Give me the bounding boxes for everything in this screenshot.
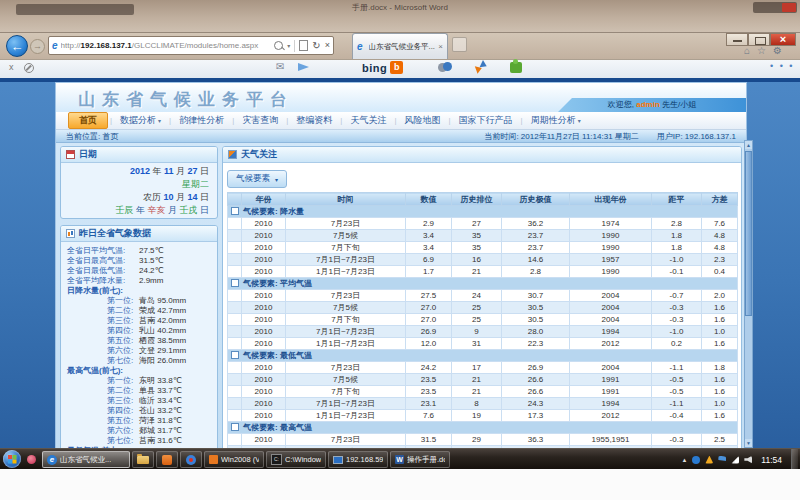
cmd-icon — [271, 454, 282, 465]
forward-button[interactable]: → — [30, 39, 45, 54]
group-checkbox[interactable] — [231, 351, 239, 359]
volume-icon[interactable] — [744, 456, 752, 464]
tray-expand-icon[interactable]: ▲ — [681, 457, 687, 463]
refresh-icon[interactable]: ↻ — [312, 41, 320, 51]
table-row[interactable]: 20107月1日~7月23日23.1824.31994-1.11.0 — [228, 398, 738, 410]
table-cell: 2010 — [242, 362, 286, 374]
coins-icon[interactable] — [438, 62, 451, 73]
group-header-row: 气候要素: 降水量 — [228, 206, 738, 218]
climate-element-button[interactable]: 气候要素▾ — [227, 170, 287, 188]
pinned-app-icon[interactable] — [27, 455, 36, 464]
taskbar-button-vs[interactable]: Win2008 (VS2... — [204, 451, 264, 468]
table-cell: -1.0 — [652, 326, 702, 338]
browser-tab[interactable]: e 山东省气候业务平... × — [352, 33, 448, 59]
envelope-icon[interactable]: ✉ — [276, 61, 284, 72]
table-cell: 2010 — [242, 386, 286, 398]
table-cell: 16 — [452, 254, 502, 266]
taskbar-button-folder[interactable] — [132, 451, 154, 468]
nav-item-8[interactable]: 国家下行产品 — [451, 114, 521, 127]
table-cell: 23.7 — [502, 242, 570, 254]
group-header-row: 气候要素: 最高气温 — [228, 422, 738, 434]
group-title: 气候要素: 平均气温 — [243, 279, 312, 288]
star-icon[interactable]: ☆ — [757, 45, 766, 56]
table-row[interactable]: 20107月1日~7月23日6.91614.61957-1.02.3 — [228, 254, 738, 266]
stop-icon[interactable]: × — [325, 41, 330, 50]
bing-logo[interactable]: bing b — [362, 61, 403, 74]
weather-stats-panel: 昨日全省气象数据 全省日平均气温:27.5℃全省日最高气温:31.5℃全省日最低… — [60, 225, 218, 448]
table-cell: 2.9 — [406, 218, 452, 230]
tab-close-icon[interactable]: × — [438, 42, 443, 51]
nav-item-5[interactable]: 整编资料 — [288, 114, 340, 127]
taskbar-button-media[interactable] — [180, 451, 202, 468]
start-button[interactable] — [3, 450, 21, 468]
tray-warning-icon[interactable] — [705, 456, 713, 464]
compatibility-view-icon[interactable] — [299, 40, 308, 51]
address-dropdown-icon[interactable]: ▾ — [287, 42, 290, 49]
table-row[interactable]: 20107月5候3.43523.719901.84.8 — [228, 230, 738, 242]
puzzle-icon[interactable] — [510, 62, 522, 73]
taskbar-button-rdp[interactable]: 192.168.59.99... — [328, 451, 388, 468]
table-row[interactable]: 20101月1日~7月23日7.61917.32012-0.41.6 — [228, 410, 738, 422]
back-button[interactable]: ← — [6, 35, 28, 57]
taskbar-button-word[interactable]: 操作手册.docx .. — [390, 451, 450, 468]
nav-item-7[interactable]: 风险地图 — [396, 114, 448, 127]
table-cell: 1.6 — [702, 374, 738, 386]
scroll-down-icon[interactable]: ▼ — [745, 439, 752, 447]
address-bar[interactable]: e http://192.168.137.1/GLCCLIMATE/module… — [48, 36, 334, 55]
new-tab-button[interactable] — [452, 37, 467, 52]
page-banner: 山东省气候业务平台 欢迎您, admin 先生/小姐 — [56, 83, 746, 112]
table-row[interactable]: 20107月下旬23.52126.61991-0.51.6 — [228, 386, 738, 398]
send-icon[interactable] — [298, 63, 309, 71]
nav-item-6[interactable]: 天气关注 — [342, 114, 394, 127]
nav-item-1[interactable]: 首页 — [68, 112, 108, 129]
table-cell: 7月1日~7月23日 — [286, 254, 406, 266]
table-cell: 1.0 — [702, 326, 738, 338]
scrollbar-thumb[interactable] — [745, 151, 752, 316]
toolbar-close-icon[interactable]: x — [9, 62, 14, 72]
taskbar-button-cmd[interactable]: C:\Windows\s... — [266, 451, 326, 468]
table-cell: 14.6 — [502, 254, 570, 266]
tray-ie-icon[interactable] — [692, 456, 700, 464]
page-scrollbar[interactable]: ▲ ▼ — [744, 140, 753, 448]
home-icon[interactable]: ⌂ — [744, 45, 750, 56]
table-row[interactable]: 20101月1日~7月23日12.03122.320120.21.6 — [228, 338, 738, 350]
url-text[interactable]: http://192.168.137.1/GLCCLIMATE/modules/… — [61, 41, 273, 50]
search-icon[interactable] — [274, 41, 283, 50]
table-cell: 29 — [452, 434, 502, 446]
nav-item-2[interactable]: 数据分析▾ — [112, 114, 169, 127]
stat-row: 第七位:海阳 26.0mm — [67, 356, 213, 366]
table-row[interactable]: 20107月23日2.92736.219742.87.6 — [228, 218, 738, 230]
username: admin — [636, 100, 660, 109]
table-row[interactable]: 20101月1日~7月23日1.7212.81990-0.10.4 — [228, 266, 738, 278]
scroll-up-icon[interactable]: ▲ — [745, 141, 752, 149]
ie-icon: e — [52, 40, 58, 51]
taskbar-button-ie[interactable]: 山东省气候业... — [42, 451, 130, 468]
group-checkbox[interactable] — [231, 279, 239, 287]
nav-item-4[interactable]: 灾害查询 — [234, 114, 286, 127]
bird-icon[interactable] — [476, 61, 488, 73]
table-row[interactable]: 20107月23日27.52430.72004-0.72.0 — [228, 290, 738, 302]
taskbar-button-app-orange[interactable] — [156, 451, 178, 468]
gear-icon[interactable]: ⚙ — [773, 45, 782, 56]
row-checkbox-cell — [228, 386, 242, 398]
table-row[interactable]: 20107月下旬27.02530.52004-0.31.6 — [228, 314, 738, 326]
table-row[interactable]: 20107月23日31.52936.31955,1951-0.32.5 — [228, 434, 738, 446]
table-row[interactable]: 20107月5候27.02530.52004-0.31.6 — [228, 302, 738, 314]
table-row[interactable]: 20107月下旬3.43523.719901.84.8 — [228, 242, 738, 254]
nav-item-9[interactable]: 周期性分析▾ — [523, 114, 589, 127]
table-cell: 24.2 — [406, 362, 452, 374]
group-checkbox[interactable] — [231, 423, 239, 431]
nav-item-3[interactable]: 韵律性分析 — [171, 114, 232, 127]
table-row[interactable]: 20107月23日24.21726.92004-1.11.8 — [228, 362, 738, 374]
table-row[interactable]: 20107月5候23.52126.61991-0.51.6 — [228, 374, 738, 386]
table-cell: 2010 — [242, 374, 286, 386]
table-cell: 1.6 — [702, 386, 738, 398]
table-row[interactable]: 20107月1日~7月23日26.9928.01994-1.01.0 — [228, 326, 738, 338]
network-icon[interactable] — [731, 456, 739, 464]
taskbar-clock[interactable]: 11:54 — [757, 455, 786, 465]
show-desktop-button[interactable] — [791, 449, 798, 470]
tray-flag-icon[interactable] — [718, 456, 726, 464]
group-checkbox[interactable] — [231, 207, 239, 215]
column-header-7: 距平 — [652, 193, 702, 206]
more-options-icon[interactable]: • • • — [770, 61, 794, 71]
